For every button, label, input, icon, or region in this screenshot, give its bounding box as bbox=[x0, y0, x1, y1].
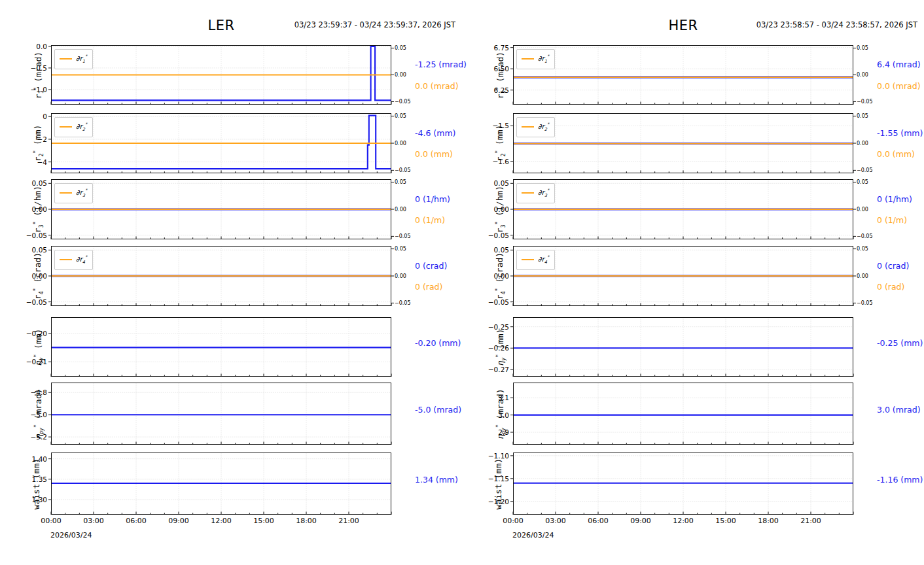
legend-label: ∂r3* bbox=[538, 186, 549, 200]
right-axis-tick-label: −0.05 bbox=[857, 167, 873, 173]
current-value-blue: -1.25 (mrad) bbox=[415, 60, 467, 69]
current-value-orange: 0 (1/m) bbox=[877, 215, 907, 225]
right-axis-tick-label: 0.05 bbox=[395, 113, 406, 119]
right-axis-tick-label: −0.05 bbox=[857, 99, 873, 105]
x-axis-tick-label: 06:00 bbox=[121, 517, 151, 525]
plot-panel-r1 bbox=[51, 45, 391, 105]
right-axis-tick-label: 0.05 bbox=[857, 246, 868, 252]
right-axis-tick-label: 0.05 bbox=[395, 45, 406, 51]
plot-panel-r3 bbox=[513, 179, 853, 239]
right-axis-tick-label: 0.05 bbox=[857, 179, 868, 185]
x-axis-tick-label: 15:00 bbox=[249, 517, 279, 525]
y-axis-label-r1: r1* (mrad) bbox=[30, 45, 42, 105]
y-axis-label-r2: r2* (mm) bbox=[492, 113, 504, 173]
right-axis-tick-label: 0.00 bbox=[857, 141, 868, 146]
legend-label: ∂r2* bbox=[538, 120, 549, 134]
current-value-orange: 0.0 (mm) bbox=[415, 149, 453, 159]
legend-box: ∂r3* bbox=[516, 183, 555, 203]
right-axis-tick-label: 0.00 bbox=[395, 273, 406, 279]
x-axis-tick-label: 09:00 bbox=[164, 517, 194, 525]
current-value-blue: 6.4 (mrad) bbox=[877, 60, 921, 69]
x-axis-tick-label: 03:00 bbox=[79, 517, 109, 525]
x-axis-date-label-her: 2026/03/24 bbox=[512, 531, 554, 539]
current-value-blue: -1.16 (mm) bbox=[877, 475, 923, 485]
x-axis-tick-label: 12:00 bbox=[206, 517, 236, 525]
y-axis-label-r3: r3* (1/hm) bbox=[30, 179, 42, 239]
current-value-blue: -0.20 (mm) bbox=[415, 338, 461, 348]
right-axis-tick-label: 0.00 bbox=[395, 207, 406, 213]
x-axis-tick-label: 00:00 bbox=[36, 517, 66, 525]
legend-line-sample bbox=[522, 126, 534, 128]
y-axis-label-eta_y: ηy* (mm) bbox=[492, 317, 504, 377]
x-axis-tick-label: 00:00 bbox=[498, 517, 528, 525]
legend-box: ∂r1* bbox=[54, 49, 93, 69]
x-axis-date-label-ler: 2026/03/24 bbox=[50, 531, 92, 539]
x-axis-tick-label: 03:00 bbox=[541, 517, 571, 525]
current-value-orange: 0.0 (mrad) bbox=[415, 81, 459, 91]
plot-panel-r4 bbox=[513, 246, 853, 306]
current-value-orange: 0.0 (mm) bbox=[877, 149, 915, 159]
legend-box: ∂r4* bbox=[516, 250, 555, 270]
plot-panel-r4 bbox=[51, 246, 391, 306]
x-axis-tick-label: 09:00 bbox=[626, 517, 656, 525]
plot-panel-eta_py bbox=[513, 383, 853, 445]
current-value-orange: 0 (1/m) bbox=[415, 215, 445, 225]
current-value-blue: -0.25 (mm) bbox=[877, 338, 923, 348]
y-axis-label-r2: r2* (mm) bbox=[30, 113, 42, 173]
time-range-label-her: 03/23 23:58:57 - 03/24 23:58:57, 2026 JS… bbox=[756, 20, 917, 29]
current-value-orange: 0.0 (mrad) bbox=[877, 81, 921, 91]
legend-label: ∂r4* bbox=[76, 253, 87, 267]
right-axis-tick-label: 0.00 bbox=[395, 141, 406, 146]
right-axis-tick-label: 0.05 bbox=[395, 246, 406, 252]
x-axis-tick-label: 18:00 bbox=[291, 517, 321, 525]
right-axis-tick-label: −0.05 bbox=[395, 167, 411, 173]
y-axis-label-r3: r3* (1/hm) bbox=[492, 179, 504, 239]
y-axis-label-eta_py: ηpy* (mrad) bbox=[30, 383, 42, 445]
plot-panel-r2 bbox=[51, 113, 391, 173]
plot-panel-r1 bbox=[513, 45, 853, 105]
legend-line-sample bbox=[60, 126, 72, 128]
plot-panel-eta_py bbox=[51, 383, 391, 445]
legend-label: ∂r1* bbox=[76, 52, 87, 66]
current-value-orange: 0 (rad) bbox=[877, 282, 904, 292]
chart-column-ler: LER 03/23 23:59:37 - 03/24 23:59:37, 202… bbox=[0, 0, 462, 565]
right-axis-tick-label: −0.05 bbox=[857, 233, 873, 239]
current-value-blue: -5.0 (mrad) bbox=[415, 405, 461, 415]
legend-box: ∂r4* bbox=[54, 250, 93, 270]
current-value-blue: 0 (crad) bbox=[415, 261, 447, 271]
right-axis-tick-label: −0.05 bbox=[857, 300, 873, 306]
legend-line-sample bbox=[60, 259, 72, 260]
right-axis-tick-label: 0.00 bbox=[395, 72, 406, 78]
plot-panel-waist bbox=[513, 453, 853, 515]
legend-line-sample bbox=[60, 58, 72, 60]
right-axis-tick-label: 0.05 bbox=[857, 113, 868, 119]
plot-panel-r3 bbox=[51, 179, 391, 239]
current-value-blue: 0 (crad) bbox=[877, 261, 909, 271]
current-value-blue: 0 (1/hm) bbox=[877, 194, 912, 204]
y-axis-label-r4: r4* (crad) bbox=[492, 246, 504, 306]
right-axis-tick-label: −0.05 bbox=[395, 300, 411, 306]
y-axis-label-waist: waist (mm) bbox=[492, 453, 504, 515]
legend-box: ∂r2* bbox=[54, 117, 93, 137]
plot-panel-eta_y bbox=[513, 317, 853, 377]
y-axis-label-r4: r4* (crad) bbox=[30, 246, 42, 306]
right-axis-tick-label: −0.05 bbox=[395, 99, 411, 105]
legend-label: ∂r2* bbox=[76, 120, 87, 134]
plot-panel-waist bbox=[51, 453, 391, 515]
x-axis-tick-label: 18:00 bbox=[753, 517, 783, 525]
legend-label: ∂r3* bbox=[76, 186, 87, 200]
right-axis-tick-label: 0.00 bbox=[857, 72, 868, 78]
x-axis-tick-label: 06:00 bbox=[583, 517, 613, 525]
plot-panel-r2 bbox=[513, 113, 853, 173]
legend-label: ∂r1* bbox=[538, 52, 549, 66]
right-axis-tick-label: 0.05 bbox=[395, 179, 406, 185]
current-value-blue: 0 (1/hm) bbox=[415, 194, 450, 204]
y-axis-label-eta_y: ηy* (mm) bbox=[30, 317, 42, 377]
legend-box: ∂r3* bbox=[54, 183, 93, 203]
legend-box: ∂r1* bbox=[516, 49, 555, 69]
y-axis-label-r1: r1* (mrad) bbox=[492, 45, 504, 105]
x-axis-tick-label: 21:00 bbox=[334, 517, 364, 525]
x-axis-tick-label: 15:00 bbox=[711, 517, 741, 525]
legend-box: ∂r2* bbox=[516, 117, 555, 137]
plot-panel-eta_y bbox=[51, 317, 391, 377]
